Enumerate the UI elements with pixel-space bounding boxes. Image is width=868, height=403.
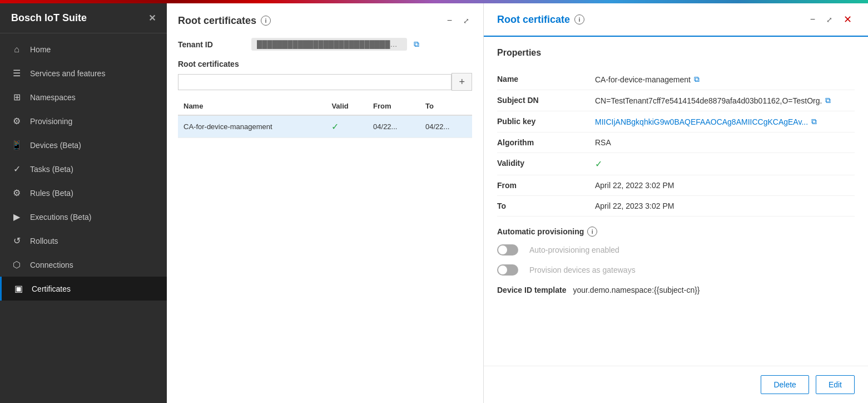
auto-provisioning-toggle-label: Auto-provisioning enabled xyxy=(529,245,619,254)
auto-provisioning-toggle-row: Auto-provisioning enabled xyxy=(497,240,855,260)
sidebar-item-provisioning[interactable]: ⚙ Provisioning xyxy=(0,109,167,133)
auto-provisioning-toggle[interactable] xyxy=(497,244,518,255)
sidebar-item-tasks[interactable]: ✓ Tasks (Beta) xyxy=(0,157,167,181)
sidebar-item-label: Rules (Beta) xyxy=(30,189,73,198)
prop-key-from: From xyxy=(497,181,586,190)
toggle-thumb xyxy=(498,245,507,254)
minimize-left-button[interactable]: − xyxy=(444,14,455,27)
tenant-id-row: Tenant ID ████████████████████████████_h… xyxy=(178,38,472,51)
sidebar-item-label: Rollouts xyxy=(30,237,58,245)
expand-right-button[interactable]: ⤢ xyxy=(824,14,835,25)
auto-provisioning-title: Automatic provisioning i xyxy=(497,221,855,240)
sidebar-item-label: Connections xyxy=(30,261,73,269)
cert-valid: ✓ xyxy=(326,115,368,138)
toggle-thumb-2 xyxy=(498,266,507,274)
sidebar-header: Bosch IoT Suite ✕ xyxy=(0,3,167,33)
copy-public-key-button[interactable]: ⧉ xyxy=(811,117,817,126)
device-id-label: Device ID template xyxy=(497,286,567,294)
prop-value-to: April 22, 2023 3:02 PM xyxy=(595,202,855,210)
minimize-right-button[interactable]: − xyxy=(807,13,818,26)
device-id-row: Device ID template your.demo.namespace:{… xyxy=(497,280,855,300)
toggle-track xyxy=(497,244,518,255)
auto-provisioning-section: Automatic provisioning i Auto-provisioni… xyxy=(497,221,855,300)
sidebar-item-label: Provisioning xyxy=(30,117,72,126)
sidebar-item-label: Namespaces xyxy=(30,93,76,102)
cert-from: 04/22... xyxy=(368,115,420,138)
sidebar-item-label: Executions (Beta) xyxy=(30,213,92,222)
panel-footer: Delete Edit xyxy=(484,366,868,403)
info-icon-left[interactable]: i xyxy=(261,16,271,26)
sidebar-item-executions[interactable]: ▶ Executions (Beta) xyxy=(0,205,167,229)
col-to: To xyxy=(420,97,472,115)
edit-button[interactable]: Edit xyxy=(816,375,855,394)
tenant-id-label: Tenant ID xyxy=(178,40,245,49)
sidebar-item-rules[interactable]: ⚙ Rules (Beta) xyxy=(0,181,167,205)
col-name: Name xyxy=(178,97,326,115)
prop-value-algorithm: RSA xyxy=(595,138,855,147)
provision-gateways-toggle-label: Provision devices as gateways xyxy=(529,266,636,274)
copy-subject-dn-button[interactable]: ⧉ xyxy=(825,96,831,105)
copy-tenant-id-button[interactable]: ⧉ xyxy=(414,40,419,49)
panel-right-body: Properties Name CA-for-device-management… xyxy=(484,37,868,366)
prop-row-from: From April 22, 2022 3:02 PM xyxy=(497,175,855,196)
namespaces-icon: ⊞ xyxy=(11,92,22,102)
sidebar-item-connections[interactable]: ⬡ Connections xyxy=(0,253,167,277)
info-icon-auto-provisioning[interactable]: i xyxy=(587,227,597,237)
certificates-table: Name Valid From To CA-for-device-managem… xyxy=(178,97,472,138)
info-icon-right[interactable]: i xyxy=(574,14,584,24)
close-right-button[interactable]: ✕ xyxy=(841,12,855,27)
toggle-track-2 xyxy=(497,264,518,276)
sidebar-item-devices[interactable]: 📱 Devices (Beta) xyxy=(0,133,167,157)
prop-value-public-key[interactable]: MIICIjANBgkqhkiG9w0BAQEFAAOCAg8AMIICCgKC… xyxy=(595,117,855,126)
certificates-icon: ▣ xyxy=(13,283,24,294)
cert-name: CA-for-device-management xyxy=(178,115,326,138)
prop-row-name: Name CA-for-device-management ⧉ xyxy=(497,69,855,90)
sidebar-item-services[interactable]: ☰ Services and features xyxy=(0,61,167,85)
panel-right-header: Root certificate i − ⤢ ✕ xyxy=(484,3,868,37)
cert-search-input[interactable] xyxy=(178,74,452,90)
prop-key-subject-dn: Subject DN xyxy=(497,96,586,105)
panel-left-actions: − ⤢ xyxy=(444,14,472,27)
root-certificate-detail-panel: Root certificate i − ⤢ ✕ Properties Name… xyxy=(484,3,868,403)
prop-value-name: CA-for-device-management ⧉ xyxy=(595,75,855,84)
devices-icon: 📱 xyxy=(11,140,22,150)
panel-left-title: Root certificates i xyxy=(178,15,271,27)
provision-gateways-toggle-row: Provision devices as gateways xyxy=(497,260,855,280)
executions-icon: ▶ xyxy=(11,212,22,222)
tasks-icon: ✓ xyxy=(11,164,22,174)
add-certificate-button[interactable]: + xyxy=(452,73,472,91)
prop-row-subject-dn: Subject DN CN=TestTenant7cff7e5414154de8… xyxy=(497,90,855,111)
home-icon: ⌂ xyxy=(11,45,22,55)
sidebar-nav: ⌂ Home ☰ Services and features ⊞ Namespa… xyxy=(0,33,167,305)
prop-row-to: To April 22, 2023 3:02 PM xyxy=(497,196,855,217)
sidebar-item-namespaces[interactable]: ⊞ Namespaces xyxy=(0,85,167,109)
provision-gateways-toggle[interactable] xyxy=(497,264,518,276)
panel-left-header: Root certificates i − ⤢ xyxy=(178,14,472,27)
prop-row-validity: Validity ✓ xyxy=(497,153,855,175)
expand-left-button[interactable]: ⤢ xyxy=(460,16,472,26)
sidebar-item-label: Devices (Beta) xyxy=(30,141,81,150)
sidebar-item-label: Services and features xyxy=(30,69,105,78)
provisioning-icon: ⚙ xyxy=(11,116,22,126)
rules-icon: ⚙ xyxy=(11,188,22,198)
prop-key-to: To xyxy=(497,202,586,210)
sidebar-item-certificates[interactable]: ▣ Certificates xyxy=(0,277,167,301)
cert-to: 04/22... xyxy=(420,115,472,138)
device-id-value: your.demo.namespace:{{subject-cn}} xyxy=(573,286,700,294)
properties-section-title: Properties xyxy=(497,48,855,58)
sidebar-close-button[interactable]: ✕ xyxy=(148,13,156,23)
delete-button[interactable]: Delete xyxy=(761,375,809,394)
table-row[interactable]: CA-for-device-management ✓ 04/22... 04/2… xyxy=(178,115,472,138)
prop-key-public-key: Public key xyxy=(497,117,586,126)
validity-check-icon: ✓ xyxy=(595,159,602,169)
copy-name-button[interactable]: ⧉ xyxy=(694,75,700,84)
sidebar: Bosch IoT Suite ✕ ⌂ Home ☰ Services and … xyxy=(0,3,167,403)
panel-right-title-text: Root certificate xyxy=(497,14,570,26)
sidebar-item-rollouts[interactable]: ↺ Rollouts xyxy=(0,229,167,253)
sidebar-item-home[interactable]: ⌂ Home xyxy=(0,38,167,61)
services-icon: ☰ xyxy=(11,68,22,78)
panel-right-actions: − ⤢ ✕ xyxy=(807,12,855,27)
prop-key-validity: Validity xyxy=(497,159,586,168)
col-from: From xyxy=(368,97,420,115)
prop-value-validity: ✓ xyxy=(595,159,855,169)
